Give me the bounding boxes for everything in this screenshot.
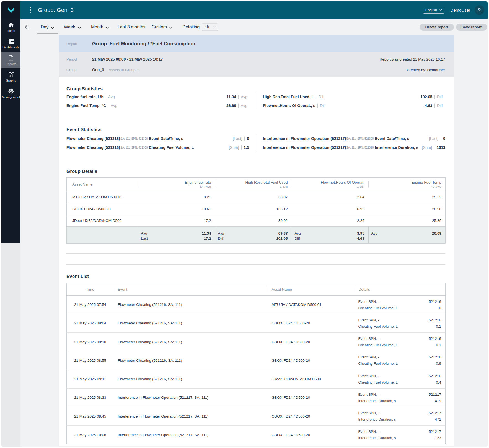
event-detail-line: Event SPN, -521216 xyxy=(358,299,441,304)
event-row[interactable]: 21 May 2025 08:55Flowmeter Cheating (521… xyxy=(67,351,446,370)
tab-label: Month xyxy=(91,25,103,30)
event-detail-value: 123 xyxy=(435,436,441,440)
table-row[interactable]: MTU 5V / DATAKOM D500 013.2133.072.6425.… xyxy=(67,191,446,203)
event-row[interactable]: 21 May 2025 08:10Flowmeter Cheating (521… xyxy=(67,333,446,351)
toolbar-buttons: Create report Save report xyxy=(420,24,487,31)
event-row[interactable]: 21 May 2025 09:11Flowmeter Cheating (521… xyxy=(67,370,446,388)
column-separator xyxy=(368,181,369,188)
event-detail-value: 419 xyxy=(435,399,441,403)
sidebar-item-home[interactable]: Home xyxy=(1,19,20,35)
sidebar-item-label: Reports xyxy=(6,62,16,66)
event-details: Event SPN, -521216Cheating Fuel Volume, … xyxy=(355,374,446,384)
sidebar-item-graphs[interactable]: Graphs xyxy=(1,68,20,85)
column-separator xyxy=(355,287,355,292)
table-header-row: TimeEventAsset NameDetails xyxy=(67,283,446,295)
event-row[interactable]: 21 May 2025 07:54Flowmeter Cheating (521… xyxy=(67,295,446,314)
event-list-title: Event List xyxy=(66,274,445,280)
column-separator xyxy=(215,227,215,243)
tab-last-3-months[interactable]: Last 3 months xyxy=(118,23,146,31)
chevron-down-icon xyxy=(105,25,109,30)
event-detail-line: Event SPN, -521217 xyxy=(358,411,441,415)
detailing-select[interactable]: 1h xyxy=(202,23,218,31)
event-details: Event SPN, -521216Cheating Fuel Volume, … xyxy=(355,299,446,310)
event-time-cell: 21 May 2025 09:11 xyxy=(67,370,114,388)
section-divider xyxy=(66,253,445,254)
footer-line: Diff102.05 xyxy=(218,236,288,241)
event-details: Event SPN, -521216Cheating Fuel Volume, … xyxy=(355,337,446,347)
group-label: Group xyxy=(66,68,92,72)
tab-week[interactable]: Week xyxy=(64,22,81,32)
sidebar-item-dashboards[interactable]: Dashboards xyxy=(1,35,20,52)
footer-agg-value: 11.34 xyxy=(202,231,211,236)
separator xyxy=(106,95,106,99)
footer-line: Avg11.34 xyxy=(141,231,211,236)
created-by-text: Created by: DemoUser xyxy=(407,68,445,72)
back-button[interactable] xyxy=(24,24,32,31)
sidebar-item-reports[interactable]: Reports xyxy=(1,52,20,68)
event-row[interactable]: 21 May 2025 08:33Interference in Flowmet… xyxy=(67,388,446,407)
event-row[interactable]: 21 May 2025 10:06Interference in Flowmet… xyxy=(67,426,446,444)
event-detail-value: 521216 xyxy=(429,318,441,322)
tab-month[interactable]: Month xyxy=(91,22,109,32)
column-header: Asset Name xyxy=(67,178,138,191)
save-report-button[interactable]: Save report xyxy=(456,24,487,31)
graphs-icon xyxy=(8,71,14,78)
footer-line: Avg69.37 xyxy=(218,231,288,236)
footer-agg-value: 4.63 xyxy=(357,236,364,241)
event-detail-value: 0.9 xyxy=(436,361,441,366)
event-name-cell: Interference in Flowmeter Operation (521… xyxy=(114,388,268,407)
sidebar-item-label: Dashboards xyxy=(2,46,19,49)
stat-value-wrap: [Last]0 xyxy=(233,136,249,141)
footer-line: Avg26.69 xyxy=(371,231,442,236)
stat-value-wrap: 11.34Avg xyxy=(227,95,249,99)
event-row[interactable]: 21 May 2025 08:04Flowmeter Cheating (521… xyxy=(67,314,446,332)
event-statistics-title: Event Statistics xyxy=(66,127,445,133)
tab-custom[interactable]: Custom xyxy=(152,22,173,32)
column-header: High Res.Total Fuel UsedL, Diff xyxy=(215,178,292,191)
event-time-cell: 21 May 2025 08:04 xyxy=(67,314,114,332)
report-banner: Report Group. Fuel Monitoring / *Fuel Co… xyxy=(59,35,454,52)
create-report-button[interactable]: Create report xyxy=(420,24,454,31)
chevron-down-icon xyxy=(439,9,442,11)
user-avatar[interactable] xyxy=(475,5,484,15)
event-row[interactable]: 21 May 2025 08:45Interference in Flowmet… xyxy=(67,407,446,426)
column-header: Event xyxy=(114,283,268,295)
app-logo[interactable] xyxy=(1,1,20,19)
event-detail-label: Event SPN, - xyxy=(358,374,379,378)
dashboards-icon xyxy=(8,38,14,45)
event-detail-line: Cheating Fuel Volume, L0.1 xyxy=(358,324,441,329)
event-detail-value: 471 xyxy=(435,417,441,421)
sidebar-item-management[interactable]: Management xyxy=(1,85,20,101)
table-row[interactable]: JDeer UX32/DATAKOM D50017.239.922.2925.8… xyxy=(67,215,446,227)
stat-name: Interference in Flowmeter Operation (521… xyxy=(263,145,346,150)
app-frame: HomeDashboardsReportsGraphsManagement Gr… xyxy=(1,1,488,447)
username: DemoUser xyxy=(450,8,470,12)
table-header-row: Asset NameEngine fuel rateL/h, AvgHigh R… xyxy=(67,178,446,191)
tab-day[interactable]: Day xyxy=(41,22,54,32)
period-label: Period xyxy=(66,57,92,61)
stat-name: Flowmet.Hours Of Operat., s xyxy=(263,103,315,108)
stat-meta: SA: 111, SPN: 521300 xyxy=(120,137,148,140)
separator xyxy=(244,137,245,141)
stat-agg-label: Diff xyxy=(320,103,328,108)
kebab-menu-icon[interactable] xyxy=(30,7,31,13)
column-header-sublabel: °C, Avg xyxy=(368,184,446,188)
column-header-label: Flowmet.Hours Of Operat. xyxy=(292,180,368,184)
language-select-value: English xyxy=(425,8,437,12)
footer-agg-label: Avg xyxy=(295,231,301,236)
footer-line: Diff4.63 xyxy=(295,236,364,241)
table-row[interactable]: GBOX FD24 / D500-2013.61135.126.9228.98 xyxy=(67,203,446,215)
stat-param: Interference Duration, s xyxy=(375,145,418,150)
event-detail-value: 521216 xyxy=(429,299,441,304)
language-select[interactable]: English xyxy=(423,7,445,14)
asset-name-cell: GBOX FD24 / D500-20 xyxy=(67,203,138,215)
value-cell: 17.2 xyxy=(138,215,215,227)
event-time-cell: 21 May 2025 10:06 xyxy=(67,426,114,444)
event-detail-line: Event SPN, -521217 xyxy=(358,429,441,434)
sidebar-item-label: Management xyxy=(2,95,20,99)
footer-agg-label: Avg xyxy=(371,231,377,236)
event-detail-value: 521216 xyxy=(429,337,441,341)
stat-row: Flowmet.Hours Of Operat., sDiff4.63Diff xyxy=(263,101,445,110)
stat-value: 0 xyxy=(443,136,445,141)
event-details-cell: Event SPN, -521217Interference Duration,… xyxy=(355,388,446,407)
